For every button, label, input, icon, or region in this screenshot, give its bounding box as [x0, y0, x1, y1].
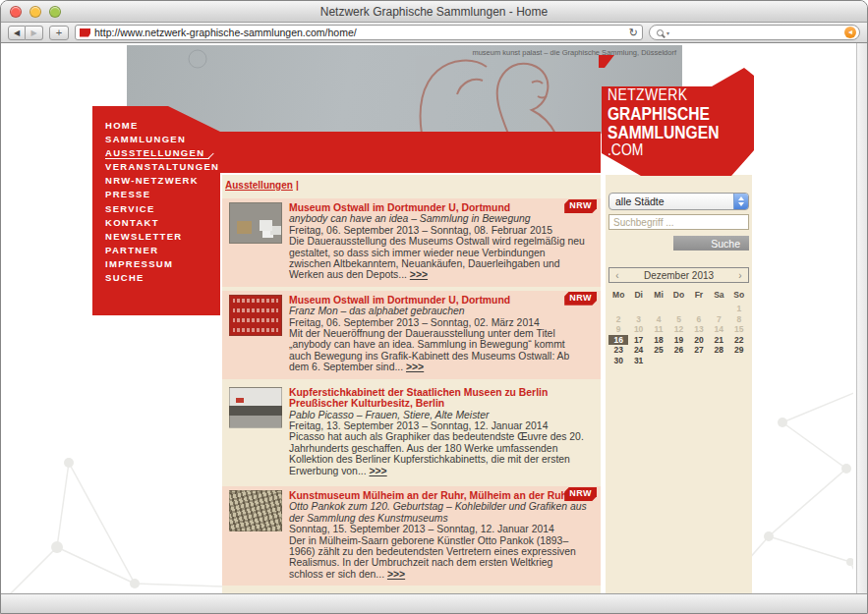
calendar-day[interactable]: 9 — [608, 324, 628, 335]
calendar-day[interactable]: 30 — [608, 356, 628, 366]
read-more-link[interactable]: >>> — [406, 362, 424, 372]
minimize-window-button[interactable] — [29, 6, 41, 18]
nav-item-impressum[interactable]: IMPRESSUM — [105, 257, 223, 271]
nrw-badge: NRW — [564, 292, 597, 306]
nav-item-partner[interactable]: PARTNER — [105, 244, 223, 257]
nav-item-label: SUCHE — [105, 272, 145, 283]
site-favicon-icon — [80, 28, 90, 37]
exhibition-thumbnail[interactable] — [229, 387, 282, 428]
exhibition-text: Museum Ostwall im Dortmunder U, Dortmund… — [289, 202, 595, 281]
nav-item-label: KONTAKT — [105, 217, 159, 228]
page-viewport: museum kunst palast – die Graphische Sam… — [1, 43, 856, 593]
calendar-empty-cell — [668, 356, 688, 366]
new-tab-button[interactable]: + — [49, 26, 69, 40]
calendar-day[interactable]: 23 — [608, 345, 628, 356]
exhibition-museum-link[interactable]: Kupferstichkabinett der Staatlichen Muse… — [289, 387, 589, 410]
zoom-window-button[interactable] — [49, 6, 61, 18]
exhibition-thumbnail[interactable] — [229, 295, 282, 336]
calendar-day[interactable]: 15 — [729, 324, 749, 335]
breadcrumb-link-ausstellungen[interactable]: Ausstellungen — [225, 180, 293, 191]
snapback-icon[interactable]: ◂ — [844, 27, 856, 38]
main-nav: HOMESAMMLUNGENAUSSTELLUNGENVERANSTALTUNG… — [105, 119, 223, 285]
exhibition-title: anybody can have an idea – Sammlung in B… — [289, 213, 589, 224]
nav-item-sammlungen[interactable]: SAMMLUNGEN — [105, 133, 223, 146]
read-more-link[interactable]: >>> — [369, 466, 386, 476]
reload-icon[interactable]: ↻ — [629, 28, 638, 38]
calendar: ‹ Dezember 2013 › MoDiMiDoFrSaSo 1234567… — [608, 267, 749, 365]
nav-item-home[interactable]: HOME — [105, 119, 223, 133]
calendar-weekday: Do — [668, 288, 688, 304]
exhibition-dates: Freitag, 06. September 2013 – Sonntag, 0… — [289, 317, 589, 328]
nav-item-newsletter[interactable]: NEWSLETTER — [105, 230, 223, 244]
site-logo[interactable]: NETZWERK GRAPHISCHE SAMMLUNGEN .COM — [608, 86, 719, 159]
calendar-weekday: Mo — [608, 288, 628, 304]
address-bar[interactable]: http://www.netzwerk-graphische-sammlunge… — [75, 25, 643, 40]
calendar-day[interactable]: 10 — [628, 324, 648, 335]
calendar-day[interactable]: 28 — [709, 345, 728, 356]
calendar-header: ‹ Dezember 2013 › — [608, 267, 749, 283]
exhibition-description: Mit der Neueröffnung der Dauerausstellun… — [289, 328, 569, 372]
read-more-link[interactable]: >>> — [410, 269, 428, 280]
calendar-day[interactable]: 1 — [729, 304, 749, 314]
calendar-empty-cell — [729, 356, 749, 366]
calendar-day[interactable]: 6 — [689, 314, 709, 325]
calendar-prev-icon[interactable]: ‹ — [609, 270, 625, 281]
exhibition-description: Picasso hat auch als Graphiker das bedeu… — [289, 431, 584, 475]
calendar-day[interactable]: 17 — [628, 335, 648, 346]
nav-item-label: HOME — [105, 120, 139, 131]
calendar-day[interactable]: 19 — [668, 335, 688, 346]
exhibition-museum-link[interactable]: Museum Ostwall im Dortmunder U, Dortmund — [289, 202, 589, 213]
calendar-day[interactable]: 12 — [668, 324, 688, 335]
exhibition-thumbnail[interactable] — [229, 490, 282, 531]
search-input[interactable] — [608, 214, 749, 230]
nav-item-service[interactable]: SERVICE — [105, 202, 223, 216]
calendar-day[interactable]: 31 — [628, 356, 648, 366]
browser-search-field[interactable]: ▾ ◂ — [649, 25, 860, 40]
calendar-day[interactable]: 25 — [649, 345, 668, 356]
nav-item-veranstaltungen[interactable]: VERANSTALTUNGEN — [105, 160, 223, 174]
calendar-day[interactable]: 3 — [628, 314, 648, 325]
calendar-day[interactable]: 13 — [689, 324, 709, 335]
read-more-link[interactable]: >>> — [387, 569, 405, 580]
calendar-day[interactable]: 20 — [689, 335, 709, 346]
nav-item-suche[interactable]: SUCHE — [105, 271, 223, 285]
nav-item-label: VERANSTALTUNGEN — [105, 161, 219, 172]
calendar-day[interactable]: 11 — [649, 324, 668, 335]
nav-item-ausstellungen[interactable]: AUSSTELLUNGEN — [105, 146, 223, 160]
forward-button[interactable]: ▶ — [26, 26, 43, 40]
search-submit-button[interactable]: Suche — [673, 236, 749, 251]
search-options-caret-icon[interactable]: ▾ — [666, 29, 841, 36]
calendar-day[interactable]: 29 — [729, 345, 749, 356]
calendar-day[interactable]: 4 — [649, 314, 668, 325]
exhibition-list: NRW Museum Ostwall im Dortmunder U, Dort… — [222, 198, 601, 593]
nav-item-presse[interactable]: PRESSE — [105, 188, 223, 201]
status-bar — [1, 593, 867, 613]
calendar-day[interactable]: 22 — [729, 335, 749, 346]
calendar-day[interactable]: 8 — [729, 314, 749, 325]
calendar-day[interactable]: 27 — [689, 345, 709, 356]
calendar-day[interactable]: 26 — [668, 345, 688, 356]
close-window-button[interactable] — [10, 6, 22, 18]
exhibition-museum-link[interactable]: Kunstmuseum Mülheim an der Ruhr, Mülheim… — [289, 490, 589, 501]
city-filter-value: alle Städte — [609, 195, 733, 207]
window-title: Netzwerk Graphische Sammlungen - Home — [320, 5, 548, 19]
calendar-empty-cell — [608, 304, 628, 314]
back-button[interactable]: ◀ — [8, 26, 26, 40]
nav-item-nrw-netzwerk[interactable]: NRW-NETZWERK — [105, 174, 223, 188]
calendar-day[interactable]: 2 — [608, 314, 628, 325]
calendar-day[interactable]: 18 — [649, 335, 668, 346]
url-text[interactable]: http://www.netzwerk-graphische-sammlunge… — [94, 27, 625, 38]
scrollbar[interactable] — [856, 43, 867, 593]
calendar-day[interactable]: 24 — [628, 345, 648, 356]
calendar-next-icon[interactable]: › — [732, 270, 748, 281]
calendar-day[interactable]: 7 — [709, 314, 728, 325]
calendar-day[interactable]: 14 — [709, 324, 728, 335]
calendar-day[interactable]: 16 — [608, 335, 628, 346]
calendar-day[interactable]: 5 — [668, 314, 688, 325]
exhibition-thumbnail[interactable] — [229, 202, 282, 244]
calendar-day[interactable]: 21 — [709, 335, 728, 346]
exhibition-museum-link[interactable]: Museum Ostwall im Dortmunder U, Dortmund — [289, 295, 589, 306]
nav-item-kontakt[interactable]: KONTAKT — [105, 216, 223, 230]
exhibition-dates: Freitag, 06. September 2013 – Sonntag, 0… — [289, 225, 589, 236]
city-filter-select[interactable]: alle Städte — [608, 193, 749, 210]
